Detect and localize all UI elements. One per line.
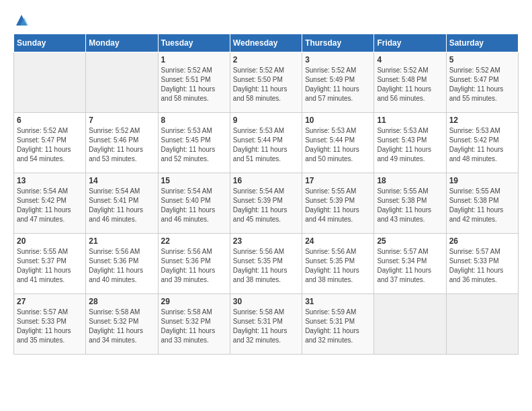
day-info: Sunrise: 5:57 AM Sunset: 5:33 PM Dayligh… — [449, 247, 515, 285]
calendar-cell: 21Sunrise: 5:56 AM Sunset: 5:36 PM Dayli… — [86, 234, 158, 294]
day-number: 25 — [377, 236, 443, 246]
day-info: Sunrise: 5:56 AM Sunset: 5:36 PM Dayligh… — [161, 247, 227, 285]
day-number: 4 — [377, 55, 443, 64]
calendar-cell: 12Sunrise: 5:53 AM Sunset: 5:42 PM Dayli… — [446, 113, 518, 173]
day-info: Sunrise: 5:54 AM Sunset: 5:40 PM Dayligh… — [161, 187, 227, 224]
calendar-cell: 23Sunrise: 5:56 AM Sunset: 5:35 PM Dayli… — [230, 234, 302, 294]
calendar-cell: 26Sunrise: 5:57 AM Sunset: 5:33 PM Dayli… — [446, 234, 518, 294]
day-number: 27 — [17, 297, 83, 306]
calendar-cell: 5Sunrise: 5:52 AM Sunset: 5:47 PM Daylig… — [446, 52, 518, 113]
logo — [13, 13, 28, 27]
day-info: Sunrise: 5:53 AM Sunset: 5:42 PM Dayligh… — [449, 126, 515, 164]
calendar-cell: 19Sunrise: 5:55 AM Sunset: 5:38 PM Dayli… — [446, 173, 518, 234]
calendar-cell: 13Sunrise: 5:54 AM Sunset: 5:42 PM Dayli… — [14, 173, 86, 234]
day-header-sunday: Sunday — [14, 34, 86, 52]
calendar-cell: 30Sunrise: 5:58 AM Sunset: 5:31 PM Dayli… — [230, 294, 302, 355]
day-number: 13 — [17, 176, 83, 185]
calendar-cell: 8Sunrise: 5:53 AM Sunset: 5:45 PM Daylig… — [158, 113, 230, 173]
day-number: 30 — [233, 297, 299, 306]
calendar-week-row: 13Sunrise: 5:54 AM Sunset: 5:42 PM Dayli… — [14, 173, 519, 234]
day-info: Sunrise: 5:56 AM Sunset: 5:36 PM Dayligh… — [89, 247, 154, 285]
day-number: 5 — [449, 55, 515, 64]
day-header-friday: Friday — [374, 34, 446, 52]
calendar-cell: 14Sunrise: 5:54 AM Sunset: 5:41 PM Dayli… — [86, 173, 158, 234]
logo-icon — [15, 13, 28, 27]
day-info: Sunrise: 5:53 AM Sunset: 5:44 PM Dayligh… — [233, 126, 299, 164]
day-info: Sunrise: 5:58 AM Sunset: 5:32 PM Dayligh… — [89, 308, 154, 345]
calendar-cell: 22Sunrise: 5:56 AM Sunset: 5:36 PM Dayli… — [158, 234, 230, 294]
calendar-cell — [446, 294, 518, 355]
day-info: Sunrise: 5:52 AM Sunset: 5:49 PM Dayligh… — [305, 66, 371, 103]
day-number: 19 — [449, 176, 515, 185]
page-header — [13, 13, 519, 27]
day-info: Sunrise: 5:54 AM Sunset: 5:42 PM Dayligh… — [17, 187, 83, 224]
calendar-cell — [14, 52, 86, 113]
calendar-cell: 27Sunrise: 5:57 AM Sunset: 5:33 PM Dayli… — [14, 294, 86, 355]
day-info: Sunrise: 5:54 AM Sunset: 5:39 PM Dayligh… — [233, 187, 299, 224]
day-header-thursday: Thursday — [302, 34, 374, 52]
day-number: 16 — [233, 176, 299, 185]
calendar-week-row: 20Sunrise: 5:55 AM Sunset: 5:37 PM Dayli… — [14, 234, 519, 294]
day-info: Sunrise: 5:52 AM Sunset: 5:47 PM Dayligh… — [449, 66, 515, 103]
day-info: Sunrise: 5:56 AM Sunset: 5:35 PM Dayligh… — [305, 247, 371, 285]
day-number: 20 — [17, 236, 83, 246]
day-info: Sunrise: 5:55 AM Sunset: 5:38 PM Dayligh… — [449, 187, 515, 224]
calendar-cell: 15Sunrise: 5:54 AM Sunset: 5:40 PM Dayli… — [158, 173, 230, 234]
day-number: 24 — [305, 236, 371, 246]
calendar-cell: 1Sunrise: 5:52 AM Sunset: 5:51 PM Daylig… — [158, 52, 230, 113]
calendar-week-row: 1Sunrise: 5:52 AM Sunset: 5:51 PM Daylig… — [14, 52, 519, 113]
day-number: 2 — [233, 55, 299, 64]
day-info: Sunrise: 5:52 AM Sunset: 5:51 PM Dayligh… — [161, 66, 227, 103]
day-info: Sunrise: 5:57 AM Sunset: 5:34 PM Dayligh… — [377, 247, 443, 285]
day-info: Sunrise: 5:52 AM Sunset: 5:48 PM Dayligh… — [377, 66, 443, 103]
calendar-cell: 18Sunrise: 5:55 AM Sunset: 5:38 PM Dayli… — [374, 173, 446, 234]
calendar-cell: 9Sunrise: 5:53 AM Sunset: 5:44 PM Daylig… — [230, 113, 302, 173]
calendar-cell: 17Sunrise: 5:55 AM Sunset: 5:39 PM Dayli… — [302, 173, 374, 234]
day-number: 6 — [17, 116, 83, 125]
calendar-cell: 3Sunrise: 5:52 AM Sunset: 5:49 PM Daylig… — [302, 52, 374, 113]
day-info: Sunrise: 5:59 AM Sunset: 5:31 PM Dayligh… — [305, 308, 371, 345]
day-info: Sunrise: 5:52 AM Sunset: 5:50 PM Dayligh… — [233, 66, 299, 103]
day-number: 12 — [449, 116, 515, 125]
calendar-cell: 20Sunrise: 5:55 AM Sunset: 5:37 PM Dayli… — [14, 234, 86, 294]
day-number: 28 — [89, 297, 154, 306]
day-info: Sunrise: 5:58 AM Sunset: 5:31 PM Dayligh… — [233, 308, 299, 345]
day-number: 15 — [161, 176, 227, 185]
day-number: 26 — [449, 236, 515, 246]
day-info: Sunrise: 5:58 AM Sunset: 5:32 PM Dayligh… — [161, 308, 227, 345]
day-number: 7 — [89, 116, 154, 125]
day-number: 29 — [161, 297, 227, 306]
day-info: Sunrise: 5:53 AM Sunset: 5:43 PM Dayligh… — [377, 126, 443, 164]
day-number: 1 — [161, 55, 227, 64]
day-info: Sunrise: 5:56 AM Sunset: 5:35 PM Dayligh… — [233, 247, 299, 285]
calendar-cell: 6Sunrise: 5:52 AM Sunset: 5:47 PM Daylig… — [14, 113, 86, 173]
day-number: 11 — [377, 116, 443, 125]
calendar-table: SundayMondayTuesdayWednesdayThursdayFrid… — [13, 34, 519, 355]
day-info: Sunrise: 5:52 AM Sunset: 5:47 PM Dayligh… — [17, 126, 83, 164]
day-number: 17 — [305, 176, 371, 185]
calendar-cell: 16Sunrise: 5:54 AM Sunset: 5:39 PM Dayli… — [230, 173, 302, 234]
day-header-wednesday: Wednesday — [230, 34, 302, 52]
day-header-monday: Monday — [86, 34, 158, 52]
day-number: 18 — [377, 176, 443, 185]
day-header-tuesday: Tuesday — [158, 34, 230, 52]
calendar-cell: 4Sunrise: 5:52 AM Sunset: 5:48 PM Daylig… — [374, 52, 446, 113]
calendar-cell: 24Sunrise: 5:56 AM Sunset: 5:35 PM Dayli… — [302, 234, 374, 294]
calendar-cell: 31Sunrise: 5:59 AM Sunset: 5:31 PM Dayli… — [302, 294, 374, 355]
day-info: Sunrise: 5:53 AM Sunset: 5:44 PM Dayligh… — [305, 126, 371, 164]
calendar-cell: 29Sunrise: 5:58 AM Sunset: 5:32 PM Dayli… — [158, 294, 230, 355]
day-info: Sunrise: 5:54 AM Sunset: 5:41 PM Dayligh… — [89, 187, 154, 224]
calendar-cell — [86, 52, 158, 113]
day-number: 10 — [305, 116, 371, 125]
day-number: 14 — [89, 176, 154, 185]
day-number: 22 — [161, 236, 227, 246]
calendar-cell: 7Sunrise: 5:52 AM Sunset: 5:46 PM Daylig… — [86, 113, 158, 173]
day-number: 23 — [233, 236, 299, 246]
calendar-cell: 2Sunrise: 5:52 AM Sunset: 5:50 PM Daylig… — [230, 52, 302, 113]
calendar-cell: 25Sunrise: 5:57 AM Sunset: 5:34 PM Dayli… — [374, 234, 446, 294]
day-number: 9 — [233, 116, 299, 125]
day-info: Sunrise: 5:55 AM Sunset: 5:37 PM Dayligh… — [17, 247, 83, 285]
calendar-week-row: 27Sunrise: 5:57 AM Sunset: 5:33 PM Dayli… — [14, 294, 519, 355]
day-number: 21 — [89, 236, 154, 246]
day-info: Sunrise: 5:52 AM Sunset: 5:46 PM Dayligh… — [89, 126, 154, 164]
